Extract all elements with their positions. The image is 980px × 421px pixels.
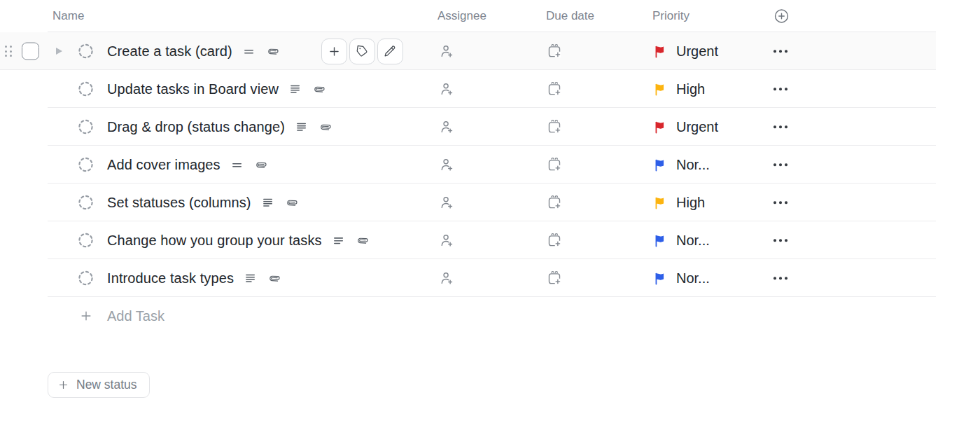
list-header: Name Assignee Due date Priority xyxy=(0,0,980,32)
task-row[interactable]: Create a task (card) Urgent xyxy=(0,32,980,70)
task-row[interactable]: Update tasks in Board view High xyxy=(0,70,980,108)
priority-cell[interactable]: Nor... xyxy=(653,270,710,287)
add-assignee-button[interactable] xyxy=(439,233,454,248)
column-header-priority[interactable]: Priority xyxy=(652,9,690,23)
add-assignee-button[interactable] xyxy=(439,157,454,172)
person-plus-icon xyxy=(439,195,454,210)
task-row[interactable]: Set statuses (columns) High xyxy=(0,184,980,221)
add-assignee-button[interactable] xyxy=(439,195,454,210)
add-task-label[interactable]: Add Task xyxy=(107,308,164,324)
status-circle-icon[interactable] xyxy=(78,157,94,173)
calendar-plus-icon xyxy=(547,195,562,210)
add-column-button[interactable] xyxy=(774,8,790,25)
task-title[interactable]: Set statuses (columns) xyxy=(107,195,251,211)
new-status-button[interactable]: New status xyxy=(48,372,150,398)
calendar-plus-icon xyxy=(547,43,562,59)
expand-arrow-icon[interactable] xyxy=(56,48,62,55)
add-assignee-button[interactable] xyxy=(439,81,454,97)
task-row[interactable]: Drag & drop (status change) Urgent xyxy=(0,108,980,146)
plus-icon xyxy=(57,379,69,391)
description-icon[interactable] xyxy=(262,196,275,209)
task-row[interactable]: Introduce task types Nor... xyxy=(0,259,980,297)
person-plus-icon xyxy=(439,119,454,134)
tag-icon xyxy=(356,45,368,57)
column-header-due-date[interactable]: Due date xyxy=(546,9,594,23)
column-header-assignee[interactable]: Assignee xyxy=(438,9,486,23)
description-icon[interactable] xyxy=(231,158,244,172)
add-assignee-button[interactable] xyxy=(439,270,454,286)
add-due-date-button[interactable] xyxy=(547,195,562,210)
pencil-icon xyxy=(384,45,396,57)
status-circle-icon[interactable] xyxy=(78,119,94,135)
quick-add-button[interactable] xyxy=(321,39,347,64)
more-actions-button[interactable] xyxy=(774,235,788,246)
plus-icon xyxy=(328,45,341,58)
description-icon[interactable] xyxy=(289,83,302,96)
task-title[interactable]: Drag & drop (status change) xyxy=(107,119,285,135)
description-icon[interactable] xyxy=(332,234,346,247)
drag-handle-icon[interactable] xyxy=(5,46,12,57)
attachment-icon[interactable] xyxy=(255,158,267,171)
priority-cell[interactable]: High xyxy=(653,195,705,211)
row-hover-toolbar xyxy=(321,39,403,64)
task-row[interactable]: Change how you group your tasks Nor... xyxy=(0,221,980,259)
attachment-icon[interactable] xyxy=(319,120,332,133)
status-circle-icon[interactable] xyxy=(78,43,94,60)
task-list-view: Name Assignee Due date Priority Create a… xyxy=(0,0,980,421)
priority-cell[interactable]: Urgent xyxy=(653,43,718,60)
attachment-icon[interactable] xyxy=(268,272,281,284)
status-circle-icon[interactable] xyxy=(78,81,94,97)
status-circle-icon[interactable] xyxy=(78,195,94,211)
add-assignee-button[interactable] xyxy=(439,43,454,59)
task-checkbox[interactable] xyxy=(22,43,39,60)
add-due-date-button[interactable] xyxy=(547,119,562,134)
more-actions-button[interactable] xyxy=(774,121,788,132)
priority-label: Nor... xyxy=(676,233,710,249)
more-actions-button[interactable] xyxy=(774,272,788,284)
task-title[interactable]: Update tasks in Board view xyxy=(107,81,279,97)
more-actions-button[interactable] xyxy=(774,197,788,208)
priority-label: Nor... xyxy=(676,270,710,287)
priority-cell[interactable]: Urgent xyxy=(653,119,718,135)
more-actions-button[interactable] xyxy=(774,46,788,57)
add-tag-button[interactable] xyxy=(349,39,375,64)
add-due-date-button[interactable] xyxy=(547,43,562,59)
add-due-date-button[interactable] xyxy=(547,81,562,97)
description-icon[interactable] xyxy=(243,45,256,58)
priority-flag-icon xyxy=(653,233,667,247)
priority-cell[interactable]: Nor... xyxy=(653,233,710,249)
task-title[interactable]: Change how you group your tasks xyxy=(107,233,322,249)
add-assignee-button[interactable] xyxy=(439,119,454,134)
status-circle-icon[interactable] xyxy=(78,270,94,287)
description-icon[interactable] xyxy=(244,272,258,285)
priority-flag-icon xyxy=(653,271,667,285)
priority-label: Urgent xyxy=(676,43,718,60)
task-title[interactable]: Create a task (card) xyxy=(107,43,232,60)
add-due-date-button[interactable] xyxy=(547,233,562,248)
status-circle-icon[interactable] xyxy=(78,233,94,249)
task-title[interactable]: Add cover images xyxy=(107,157,220,173)
more-actions-button[interactable] xyxy=(774,159,788,170)
calendar-plus-icon xyxy=(547,81,562,97)
rename-button[interactable] xyxy=(377,39,403,64)
description-icon[interactable] xyxy=(295,120,309,134)
add-due-date-button[interactable] xyxy=(547,270,562,286)
attachment-icon[interactable] xyxy=(267,45,279,57)
add-task-row[interactable]: Add Task xyxy=(0,297,980,335)
priority-cell[interactable]: High xyxy=(653,81,705,97)
column-header-name[interactable]: Name xyxy=(52,9,84,23)
priority-label: Urgent xyxy=(676,119,718,135)
attachment-icon[interactable] xyxy=(356,234,369,247)
task-title[interactable]: Introduce task types xyxy=(107,270,234,287)
priority-cell[interactable]: Nor... xyxy=(653,157,710,173)
calendar-plus-icon xyxy=(547,157,562,172)
attachment-icon[interactable] xyxy=(313,83,326,95)
calendar-plus-icon xyxy=(547,233,562,248)
attachment-icon[interactable] xyxy=(286,196,298,209)
more-actions-button[interactable] xyxy=(774,83,788,95)
add-due-date-button[interactable] xyxy=(547,157,562,172)
person-plus-icon xyxy=(439,43,454,59)
priority-flag-icon xyxy=(653,82,667,96)
person-plus-icon xyxy=(439,270,454,286)
task-row[interactable]: Add cover images Nor... xyxy=(0,146,980,184)
